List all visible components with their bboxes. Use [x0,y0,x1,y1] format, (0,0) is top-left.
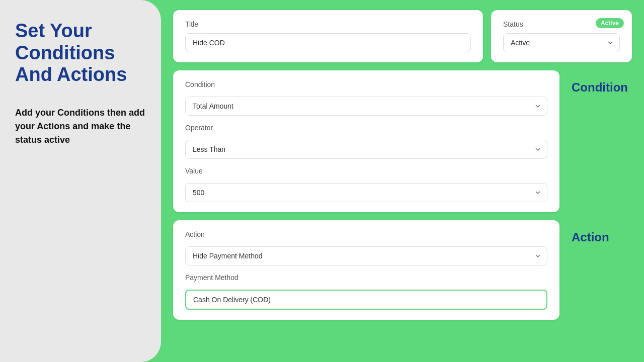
condition-card: Condition Total Amount Subtotal Item Cou… [173,70,559,212]
value-label: Value [185,167,547,175]
sidebar: Set Your Conditions And Actions Add your… [0,0,161,362]
operator-select-wrapper: Less Than Greater Than Equal To [185,140,547,159]
condition-select[interactable]: Total Amount Subtotal Item Count [185,97,547,116]
value-field-group: Value 500 100 200 1000 [185,167,547,202]
payment-method-input[interactable] [185,290,547,310]
condition-label: Condition [185,80,547,88]
top-row: Title Active Status Active Inactive [173,10,632,62]
action-select[interactable]: Hide Payment Method Show Payment Method [185,246,547,265]
sidebar-description: Add your Conditions then add your Action… [15,106,146,147]
condition-select-wrapper: Total Amount Subtotal Item Count [185,97,547,116]
status-select-wrapper: Active Inactive [503,33,620,52]
value-select[interactable]: 500 100 200 1000 [185,183,547,202]
operator-field-group: Operator Less Than Greater Than Equal To [185,124,547,159]
title-input[interactable] [185,33,471,52]
main-content: Title Active Status Active Inactive Cond… [161,0,644,362]
payment-method-field-group: Payment Method [185,274,547,310]
title-card: Title [173,10,483,62]
value-select-wrapper: 500 100 200 1000 [185,183,547,202]
status-select[interactable]: Active Inactive [503,33,620,52]
title-label: Title [185,20,471,28]
operator-select[interactable]: Less Than Greater Than Equal To [185,140,547,159]
action-field-group: Action Hide Payment Method Show Payment … [185,230,547,265]
status-card: Active Status Active Inactive [491,10,632,62]
payment-method-label: Payment Method [185,274,547,282]
sidebar-title: Set Your Conditions And Actions [15,20,146,86]
action-label: Action [185,230,547,238]
status-badge: Active [596,18,624,28]
operator-label: Operator [185,124,547,132]
condition-section-label: Condition [572,70,632,95]
action-section-label: Action [572,220,632,244]
action-select-wrapper: Hide Payment Method Show Payment Method [185,246,547,265]
action-section: Action Hide Payment Method Show Payment … [173,220,632,320]
condition-field-group: Condition Total Amount Subtotal Item Cou… [185,80,547,116]
condition-section: Condition Total Amount Subtotal Item Cou… [173,70,632,212]
action-card: Action Hide Payment Method Show Payment … [173,220,559,320]
